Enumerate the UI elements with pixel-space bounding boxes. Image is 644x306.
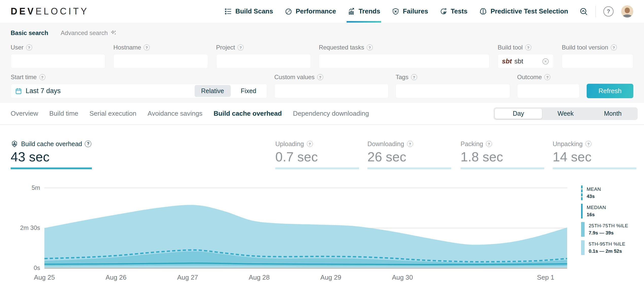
metric-help-icon[interactable] (585, 141, 591, 147)
metric-help-icon[interactable] (407, 141, 413, 147)
start-time-label: Start time (11, 74, 267, 80)
nav-item-label: Predictive Test Selection (490, 7, 568, 15)
nav-item-trends[interactable]: Trends (348, 0, 380, 23)
metric-help-icon[interactable] (486, 141, 492, 147)
custom-values-input[interactable] (274, 84, 388, 98)
metric-build-cache-overhead[interactable]: Build cache overhead43 sec (11, 140, 92, 169)
field-help-icon[interactable] (317, 74, 323, 80)
avatar-body (622, 14, 632, 18)
granularity-option-day[interactable]: Day (495, 109, 542, 119)
build-cache-icon (11, 140, 18, 148)
field-label-text: Outcome (517, 74, 542, 81)
legend-item-mean: MEAN43s (581, 185, 628, 200)
field-hostname: Hostname (113, 44, 208, 69)
field-start-time: Start time Last 7 days Relative Fixed (11, 74, 267, 98)
tags-input[interactable] (396, 84, 510, 98)
user-input[interactable] (11, 54, 105, 69)
field-help-icon[interactable] (411, 74, 417, 80)
nav-item-performance[interactable]: Performance (285, 0, 336, 23)
nav-divider (596, 6, 596, 17)
clear-build-tool-icon[interactable] (542, 58, 549, 65)
field-label-text: Requested tasks (319, 44, 364, 51)
trends-icon (348, 8, 355, 15)
field-label-text: Hostname (113, 44, 141, 51)
logo-light: ELOCITY (36, 6, 89, 17)
metric-underline (367, 167, 451, 169)
metric-help-icon[interactable] (307, 141, 313, 147)
trend-tab-dependency-downloading[interactable]: Dependency downloading (293, 110, 369, 117)
hostname-input[interactable] (113, 54, 208, 69)
outcome-input[interactable] (517, 84, 580, 98)
metric-label-row: Unpacking (553, 140, 636, 148)
granularity-option-month[interactable]: Month (589, 109, 636, 119)
field-label-outcome: Outcome (517, 74, 580, 80)
field-outcome: Outcome (517, 74, 580, 98)
tab-advanced-search[interactable]: Advanced search (61, 29, 117, 37)
field-help-icon[interactable] (525, 44, 531, 50)
metric-help-icon[interactable] (85, 141, 91, 147)
trend-tabs: OverviewBuild timeSerial executionAvoida… (11, 110, 369, 117)
refresh-button[interactable]: Refresh (587, 84, 633, 98)
tab-basic-search[interactable]: Basic search (11, 29, 48, 37)
user-avatar[interactable] (621, 5, 633, 18)
granularity-option-week[interactable]: Week (542, 109, 589, 119)
trend-chart[interactable] (44, 185, 567, 270)
x-axis-label-aug-28: Aug 28 (249, 274, 269, 281)
field-label-build-tool: Build tool (498, 44, 554, 50)
trend-tab-overview[interactable]: Overview (11, 110, 38, 117)
trend-tab-serial-execution[interactable]: Serial execution (90, 110, 137, 117)
build-tool-version-input[interactable] (562, 54, 633, 69)
start-time-input[interactable]: Last 7 days Relative Fixed (11, 84, 267, 98)
sparkle-icon (110, 30, 117, 36)
requested-tasks-input[interactable] (319, 54, 489, 69)
trend-tab-build-time[interactable]: Build time (49, 110, 78, 117)
metric-packing[interactable]: Packing1.8 sec (461, 140, 544, 169)
field-help-icon[interactable] (238, 44, 244, 50)
field-help-icon[interactable] (544, 74, 550, 80)
fixed-button[interactable]: Fixed (234, 85, 263, 97)
field-label-text: Custom values (274, 74, 315, 81)
field-tags: Tags (396, 74, 510, 98)
legend-text: 25TH-75TH %ILE7.9s — 39s (589, 222, 628, 237)
relative-button[interactable]: Relative (195, 85, 231, 97)
start-time-mode-group: Relative Fixed (195, 85, 263, 97)
performance-icon (285, 8, 292, 15)
start-time-help-icon[interactable] (39, 74, 45, 80)
field-help-icon[interactable] (611, 44, 617, 50)
field-help-icon[interactable] (26, 44, 32, 50)
metric-unpacking[interactable]: Unpacking14 sec (553, 140, 636, 169)
start-time-value: Last 7 days (26, 87, 61, 95)
nav-item-predictive-test-selection[interactable]: Predictive Test Selection (479, 0, 568, 23)
field-help-icon[interactable] (144, 44, 150, 50)
nav-item-label: Tests (451, 7, 467, 15)
start-time-value-wrap: Last 7 days (15, 87, 61, 95)
calendar-icon (15, 88, 22, 95)
trend-tab-build-cache-overhead[interactable]: Build cache overhead (214, 110, 282, 117)
nav-item-failures[interactable]: Failures (392, 0, 428, 23)
field-label-user: User (11, 44, 105, 50)
chart-legend: MEAN43sMEDIAN16s25TH-75TH %ILE7.9s — 39s… (581, 185, 628, 255)
nav-item-label: Performance (296, 7, 336, 15)
field-label-text: Tags (396, 74, 409, 81)
field-label-requested-tasks: Requested tasks (319, 44, 489, 50)
metric-downloading[interactable]: Downloading26 sec (367, 140, 451, 169)
field-help-icon[interactable] (367, 44, 373, 50)
metric-underline (275, 167, 359, 169)
field-user: User (11, 44, 105, 69)
project-input[interactable] (216, 54, 311, 69)
nav-item-build-scans[interactable]: Build Scans (224, 0, 273, 23)
metric-label-row: Uploading (275, 140, 359, 148)
legend-label: MEDIAN (587, 205, 606, 210)
nav-item-tests[interactable]: Tests (440, 0, 467, 23)
metric-label-text: Build cache overhead (21, 140, 82, 148)
search-icon[interactable] (579, 7, 588, 16)
trend-tab-avoidance-savings[interactable]: Avoidance savings (148, 110, 202, 117)
develocity-logo[interactable]: DEVELOCITY (11, 6, 89, 17)
help-icon[interactable] (603, 6, 614, 16)
metric-uploading[interactable]: Uploading0.7 sec (275, 140, 359, 169)
build-tool-input[interactable]: sbtsbt (498, 54, 554, 69)
metric-value: 0.7 sec (275, 150, 359, 163)
filter-row-2: Start time Last 7 days Relative Fixed Cu… (11, 74, 633, 98)
field-custom-values: Custom values (274, 74, 388, 98)
metrics-row: Build cache overhead43 secUploading0.7 s… (0, 138, 644, 173)
